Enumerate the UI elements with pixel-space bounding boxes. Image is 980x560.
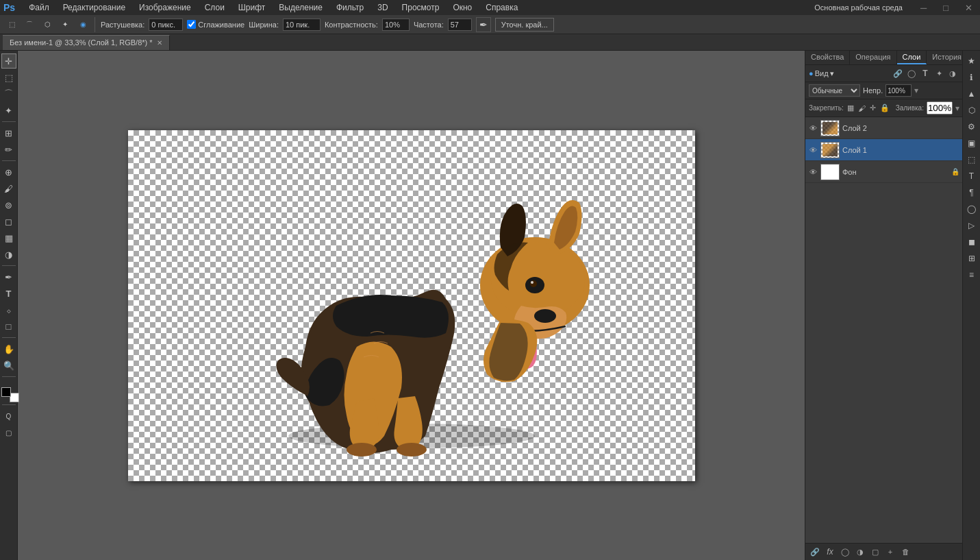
toolbar-lasso-btn[interactable]: ⌒ xyxy=(22,17,37,32)
close-button[interactable]: ✕ xyxy=(961,3,977,13)
minimize-button[interactable]: ─ xyxy=(916,3,931,13)
layer-group-btn[interactable]: ▢ xyxy=(869,546,881,558)
far-right-icon-5[interactable]: ⚙ xyxy=(964,119,979,134)
layer-item-background[interactable]: 👁 Фон 🔒 xyxy=(805,161,962,183)
tab-close-icon[interactable]: ✕ xyxy=(157,39,162,47)
workspace-label[interactable]: Основная рабочая среда xyxy=(809,3,908,12)
layer-new-btn[interactable]: + xyxy=(884,546,896,558)
lock-brush-icon[interactable]: 🖌 xyxy=(857,102,866,114)
tool-dodge[interactable]: ◑ xyxy=(1,247,16,262)
tool-crop[interactable]: ⊞ xyxy=(1,125,16,141)
toolbar-magic-btn[interactable]: ✦ xyxy=(58,17,73,32)
tool-shape[interactable]: □ xyxy=(1,319,16,334)
menu-font[interactable]: Шрифт xyxy=(236,1,268,14)
menu-filter[interactable]: Фильтр xyxy=(334,1,366,14)
far-right-icon-10[interactable]: ◯ xyxy=(964,202,979,217)
layer-item-layer2[interactable]: 👁 Слой 2 xyxy=(805,117,962,139)
tool-healing[interactable]: ⊕ xyxy=(1,165,16,180)
antialiasing-checkbox[interactable] xyxy=(187,20,196,29)
opacity-input[interactable] xyxy=(885,84,912,97)
tool-hand[interactable]: ✋ xyxy=(1,341,16,356)
background-color-swatch[interactable] xyxy=(10,393,19,402)
layer2-visibility-icon[interactable]: 👁 xyxy=(808,123,818,133)
layer-fx-btn[interactable]: fx xyxy=(824,546,836,558)
background-visibility-icon[interactable]: 👁 xyxy=(808,167,818,177)
type-icon[interactable]: T xyxy=(919,67,931,80)
feather-input[interactable] xyxy=(149,19,183,31)
frequency-input[interactable] xyxy=(448,19,472,31)
far-right-icon-6[interactable]: ▣ xyxy=(964,136,979,151)
menu-help[interactable]: Справка xyxy=(483,1,520,14)
tool-move[interactable]: ✛ xyxy=(1,53,16,69)
fill-arrow-icon[interactable]: ▾ xyxy=(955,104,959,113)
foreground-color-swatch[interactable] xyxy=(1,387,11,397)
far-right-icon-11[interactable]: ▷ xyxy=(964,218,979,233)
far-right-icon-3[interactable]: ▲ xyxy=(964,86,979,101)
far-right-icon-14[interactable]: ≡ xyxy=(964,267,979,282)
far-right-icon-1[interactable]: ★ xyxy=(964,53,979,69)
tool-brush[interactable]: 🖌 xyxy=(1,181,16,196)
toolbar-select-btn[interactable]: ⬚ xyxy=(4,17,19,32)
fx-icon[interactable]: ✦ xyxy=(933,67,945,80)
far-right-icon-4[interactable]: ⬡ xyxy=(964,103,979,118)
layer-adjust-btn[interactable]: ◑ xyxy=(854,546,866,558)
menu-select[interactable]: Выделение xyxy=(276,1,325,14)
tool-gradient[interactable]: ▦ xyxy=(1,230,16,245)
mask-icon[interactable]: ◯ xyxy=(905,67,918,80)
tool-lasso[interactable]: ⌒ xyxy=(1,86,16,101)
width-input[interactable] xyxy=(283,19,321,31)
antialiasing-label: Сглаживание xyxy=(198,21,244,29)
far-right-icon-7[interactable]: ⬚ xyxy=(964,152,979,167)
filter-toggle-icon[interactable]: ● xyxy=(809,69,814,77)
lock-all-icon[interactable]: 🔒 xyxy=(879,102,890,114)
menu-3d[interactable]: 3D xyxy=(375,1,390,14)
tool-zoom[interactable]: 🔍 xyxy=(1,358,16,373)
lock-move-icon[interactable]: ✛ xyxy=(869,102,877,114)
far-right-icon-12[interactable]: ◼ xyxy=(964,234,979,249)
tool-selection[interactable]: ⬚ xyxy=(1,70,16,85)
layer-link-btn[interactable]: 🔗 xyxy=(809,546,821,558)
opacity-arrow-icon[interactable]: ▾ xyxy=(914,86,918,95)
menu-window[interactable]: Окно xyxy=(450,1,475,14)
toolbar-poly-btn[interactable]: ⬡ xyxy=(40,17,55,32)
adjust-icon[interactable]: ◑ xyxy=(946,67,959,80)
antialiasing-wrap: Сглаживание xyxy=(187,20,244,29)
fill-input[interactable] xyxy=(927,101,953,114)
menu-edit[interactable]: Редактирование xyxy=(60,1,128,14)
menu-view[interactable]: Просмотр xyxy=(399,1,442,14)
tool-magic-wand[interactable]: ✦ xyxy=(1,103,16,118)
tool-stamp[interactable]: ⊚ xyxy=(1,197,16,212)
far-right-icon-8[interactable]: T xyxy=(964,169,979,184)
far-right-icon-13[interactable]: ⊞ xyxy=(964,251,979,266)
layer-item-layer1[interactable]: 👁 Слой 1 xyxy=(805,139,962,161)
link-layers-icon[interactable]: 🔗 xyxy=(892,67,904,80)
far-right-icon-9[interactable]: ¶ xyxy=(964,185,979,200)
panel-tab-properties[interactable]: Свойства xyxy=(805,51,850,64)
filter-arrow-icon[interactable]: ▾ xyxy=(830,69,834,78)
tool-mode-quick[interactable]: Q xyxy=(1,409,16,424)
toolbar-refine-icon[interactable]: ◉ xyxy=(75,17,90,32)
far-right-icon-2[interactable]: ℹ xyxy=(964,70,979,85)
layer1-visibility-icon[interactable]: 👁 xyxy=(808,145,818,155)
tool-screen-mode[interactable]: ▢ xyxy=(1,425,16,440)
document-tab[interactable]: Без имени-1 @ 33,3% (Слой 1, RGB/8*) * ✕ xyxy=(3,35,170,50)
refine-edge-button[interactable]: Уточн. край... xyxy=(495,18,554,32)
layer-delete-btn[interactable]: 🗑 xyxy=(899,546,912,558)
menu-image[interactable]: Изображение xyxy=(136,1,194,14)
contrast-input[interactable] xyxy=(382,19,410,31)
svg-point-6 xyxy=(531,281,533,284)
tool-eraser[interactable]: ◻ xyxy=(1,214,16,229)
blending-mode-select[interactable]: Обычные xyxy=(809,84,860,97)
menu-file[interactable]: Файл xyxy=(26,1,52,14)
layer-mask-btn[interactable]: ◯ xyxy=(839,546,851,558)
panel-tab-layers[interactable]: Слои xyxy=(897,51,927,64)
menu-layers[interactable]: Слои xyxy=(202,1,227,14)
tool-type[interactable]: T xyxy=(1,286,16,301)
tool-path[interactable]: ⬦ xyxy=(1,302,16,317)
tool-eyedropper[interactable]: ✏ xyxy=(1,142,16,157)
tool-pen[interactable]: ✒ xyxy=(1,269,16,284)
maximize-button[interactable]: □ xyxy=(939,3,953,13)
lock-transparent-icon[interactable]: ▦ xyxy=(846,102,855,114)
pen-pressure-btn[interactable]: ✒ xyxy=(476,17,491,32)
panel-tab-operation[interactable]: Операция xyxy=(850,51,896,64)
